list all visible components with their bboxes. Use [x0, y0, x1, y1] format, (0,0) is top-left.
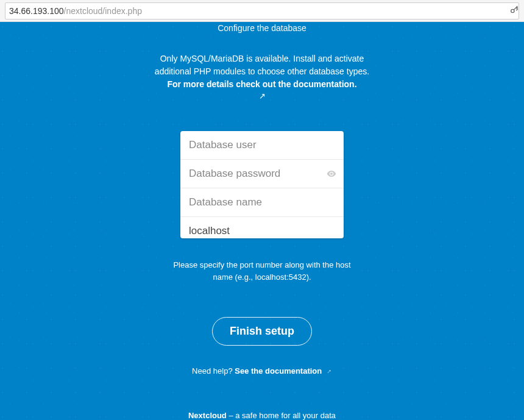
browser-address-bar: 34.66.193.100/nextcloud/index.php	[0, 0, 524, 22]
db-password-input[interactable]	[180, 160, 344, 188]
brand-name: Nextcloud	[188, 411, 227, 420]
finish-setup-button[interactable]: Finish setup	[212, 317, 312, 346]
see-documentation-link[interactable]: See the documentation →	[235, 366, 332, 376]
key-icon[interactable]	[509, 5, 519, 16]
section-title: Configure the database	[218, 23, 306, 33]
help-text: Need help? See the documentation →	[192, 366, 332, 376]
toggle-password-icon[interactable]	[327, 169, 336, 179]
database-form	[180, 131, 344, 238]
db-host-input[interactable]	[180, 217, 344, 238]
url-path: /nextcloud/index.php	[64, 6, 142, 16]
port-hint: Please specify the port number along wit…	[165, 259, 359, 283]
db-user-field	[180, 131, 344, 160]
db-availability-info: Only MySQL/MariaDB is available. Install…	[152, 52, 372, 78]
external-link-icon: →	[324, 366, 333, 376]
footer: Nextcloud – a safe home for all your dat…	[188, 411, 336, 420]
db-host-field	[180, 217, 344, 238]
db-name-field	[180, 188, 344, 217]
db-name-input[interactable]	[180, 188, 344, 216]
db-user-input[interactable]	[180, 131, 344, 159]
db-password-field	[180, 160, 344, 188]
url-host: 34.66.193.100	[9, 6, 64, 16]
external-link-icon: ↗	[259, 91, 266, 101]
documentation-link[interactable]: For more details check out the documenta…	[167, 79, 356, 89]
setup-page: Configure the database Only MySQL/MariaD…	[0, 22, 524, 420]
url-input[interactable]: 34.66.193.100/nextcloud/index.php	[5, 2, 519, 20]
